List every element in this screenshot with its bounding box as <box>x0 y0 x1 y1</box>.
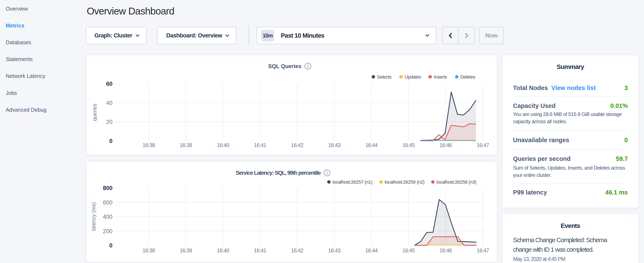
svg-text:16:45: 16:45 <box>402 247 415 253</box>
svg-text:16:44: 16:44 <box>365 247 378 253</box>
svg-text:16:39: 16:39 <box>180 142 192 148</box>
svg-text:16:40: 16:40 <box>217 247 229 253</box>
svg-text:16:38: 16:38 <box>143 247 155 253</box>
svg-text:0: 0 <box>109 138 112 144</box>
svg-text:Inserts: Inserts <box>434 74 447 80</box>
svg-text:800: 800 <box>103 185 112 191</box>
svg-text:16:43: 16:43 <box>328 247 340 253</box>
svg-text:Selects: Selects <box>377 74 392 80</box>
svg-text:16:46: 16:46 <box>440 142 452 148</box>
svg-text:16:45: 16:45 <box>402 142 415 148</box>
svg-text:200: 200 <box>103 228 112 234</box>
svg-text:60: 60 <box>106 81 112 87</box>
svg-text:16:41: 16:41 <box>254 142 266 148</box>
svg-text:16:43: 16:43 <box>328 142 340 148</box>
svg-text:16:38: 16:38 <box>143 142 155 148</box>
svg-text:queries: queries <box>92 104 98 121</box>
svg-text:16:41: 16:41 <box>254 247 266 253</box>
svg-text:16:44: 16:44 <box>365 142 378 148</box>
svg-text:16:47: 16:47 <box>477 247 489 253</box>
svg-text:600: 600 <box>103 199 112 206</box>
svg-text:16:46: 16:46 <box>440 247 452 253</box>
svg-text:localhost:26258 (n3): localhost:26258 (n3) <box>436 179 476 185</box>
svg-text:20: 20 <box>106 119 112 125</box>
svg-text:16:47: 16:47 <box>477 142 489 148</box>
svg-text:16:40: 16:40 <box>217 142 229 148</box>
svg-text:localhost:26259 (n2): localhost:26259 (n2) <box>384 179 424 185</box>
svg-text:latency (ms): latency (ms) <box>90 202 96 231</box>
svg-text:400: 400 <box>103 214 112 220</box>
svg-text:Updates: Updates <box>404 74 421 80</box>
svg-text:0: 0 <box>109 242 112 249</box>
svg-text:Deletes: Deletes <box>460 74 476 80</box>
svg-text:localhost:26257 (n1): localhost:26257 (n1) <box>332 179 372 185</box>
svg-text:16:42: 16:42 <box>291 247 304 253</box>
svg-text:16:39: 16:39 <box>180 247 192 253</box>
svg-text:16:42: 16:42 <box>291 142 304 148</box>
svg-text:40: 40 <box>106 100 112 106</box>
